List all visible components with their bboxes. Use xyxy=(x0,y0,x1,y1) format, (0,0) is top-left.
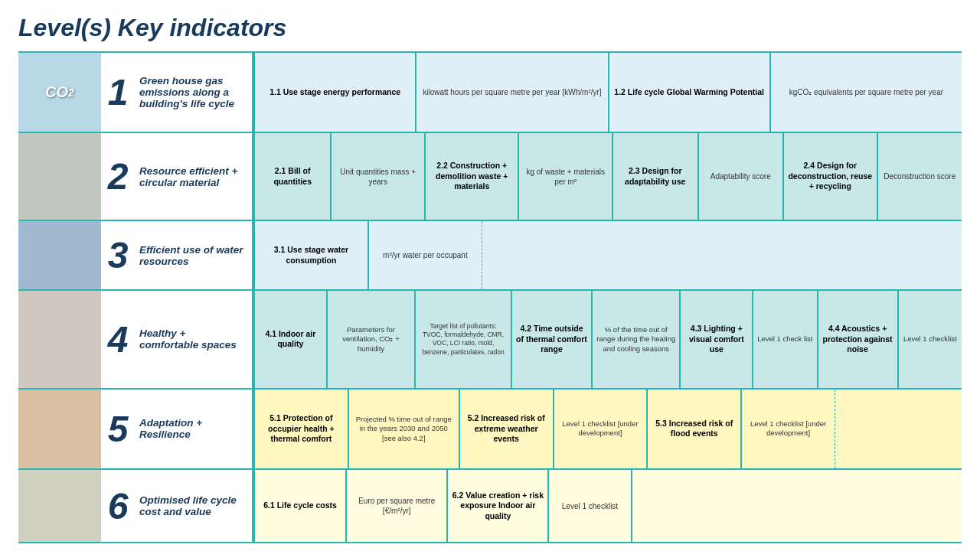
cell-5-2-label: 5.2 Increased risk of extreme weather ev… xyxy=(460,390,554,468)
cell-6-2-label: 6.2 Value creation + risk exposure Indoo… xyxy=(448,470,549,542)
cell-5-3-indicator-text: Level 1 checklist [under development] xyxy=(746,419,831,439)
row3-number: 3 xyxy=(101,221,135,289)
cell-5-1-label: 5.1 Protection of occupier health + ther… xyxy=(255,390,349,468)
row3-image xyxy=(18,221,101,289)
cell-1-2-label-text: 1.2 Life cycle Global Warming Potential xyxy=(614,87,764,98)
cell-2-4-indicator: Deconstruction score xyxy=(878,133,962,220)
cell-5-2-indicator-text: Level 1 checklist [under development] xyxy=(558,419,643,439)
cell-5-empty xyxy=(835,390,962,468)
cell-3-1-label-text: 3.1 Use stage water consumption xyxy=(259,245,364,266)
cell-2-1-indicator-text: Unit quantities mass + years xyxy=(335,167,420,187)
row3-label: Efficient use of water resources xyxy=(135,221,253,289)
cell-4-1-indicator: Parameters for ventilation, CO₂ + humidi… xyxy=(328,291,416,388)
row6-left: 6 Optimised life cycle cost and value xyxy=(18,470,255,542)
cell-5-3-indicator: Level 1 checklist [under development] xyxy=(742,390,835,468)
row-4: 4 Healthy + comfortable spaces 4.1 Indoo… xyxy=(18,291,962,390)
row-3: 3 Efficient use of water resources 3.1 U… xyxy=(18,221,962,291)
cell-2-1-label: 2.1 Bill of quantities xyxy=(255,133,332,220)
cell-4-3-label-text: 4.3 Lighting + visual comfort use xyxy=(684,324,748,355)
row5-cells: 5.1 Protection of occupier health + ther… xyxy=(255,390,962,468)
cell-4-1-pollutants-text: Target list of pollutants: TVOC, formald… xyxy=(420,322,507,356)
cell-2-4-indicator-text: Deconstruction score xyxy=(884,171,956,181)
cell-4-2-label-text: 4.2 Time outside of thermal comfort rang… xyxy=(516,324,587,355)
row5-number: 5 xyxy=(101,390,135,468)
row4-image xyxy=(18,291,101,388)
cell-4-1-label-text: 4.1 Indoor air quality xyxy=(259,329,322,350)
cell-1-1-indicator-text: kilowatt hours per square metre per year… xyxy=(423,87,601,97)
cell-6-1-label: 6.1 Life cycle costs xyxy=(255,470,347,542)
cell-4-1-label: 4.1 Indoor air quality xyxy=(255,291,328,388)
cell-3-1-label: 3.1 Use stage water consumption xyxy=(255,221,369,289)
row1-label: Green house gas emissions along a buildi… xyxy=(135,53,253,132)
cell-4-1-pollutants: Target list of pollutants: TVOC, formald… xyxy=(416,291,512,388)
cell-1-2-indicator-text: kgCO₂ equivalents per square metre per y… xyxy=(789,87,943,97)
cell-5-2-indicator: Level 1 checklist [under development] xyxy=(554,390,648,468)
cell-5-1-indicator-text: Projected % time out of range in the yea… xyxy=(353,415,455,443)
page: Level(s) Key indicators CO2 1 Green hous… xyxy=(0,0,980,551)
cell-1-2-indicator: kgCO₂ equivalents per square metre per y… xyxy=(771,53,962,132)
cell-1-1-label-text: 1.1 Use stage energy performance xyxy=(270,87,400,98)
cell-3-empty xyxy=(482,221,962,289)
row3-cells: 3.1 Use stage water consumption m³/yr wa… xyxy=(255,221,962,289)
cell-2-4-label: 2.4 Design for deconstruction, reuse + r… xyxy=(784,133,878,220)
cell-1-2-label: 1.2 Life cycle Global Warming Potential xyxy=(609,53,771,132)
cell-5-1-indicator: Projected % time out of range in the yea… xyxy=(349,390,460,468)
row3-left: 3 Efficient use of water resources xyxy=(18,221,255,289)
cell-3-1-indicator-text: m³/yr water per occupant xyxy=(383,250,468,260)
row2-image xyxy=(18,133,101,220)
row4-label: Healthy + comfortable spaces xyxy=(135,291,253,388)
row1-cells: 1.1 Use stage energy performance kilowat… xyxy=(255,53,962,132)
cell-5-3-label-text: 5.3 Increased risk of flood events xyxy=(652,419,737,439)
cell-2-2-indicator-text: kg of waste + materials per m² xyxy=(523,167,608,187)
row5-label: Adaptation + Resilience xyxy=(135,390,253,468)
cell-2-2-indicator: kg of waste + materials per m² xyxy=(519,133,613,220)
row2-cells: 2.1 Bill of quantities Unit quantities m… xyxy=(255,133,962,220)
cell-2-3-indicator: Adaptability score xyxy=(699,133,784,220)
cell-5-1-label-text: 5.1 Protection of occupier health + ther… xyxy=(259,413,344,445)
grid-table: CO2 1 Green house gas emissions along a … xyxy=(18,51,962,543)
row5-image xyxy=(18,390,101,468)
row1-image: CO2 xyxy=(18,53,101,132)
cell-6-2-indicator-text: Level 1 checklist xyxy=(562,501,618,511)
cell-6-1-indicator-text: Euro per square metre [€/m²/yr] xyxy=(351,496,443,516)
cell-6-2-label-text: 6.2 Value creation + risk exposure Indoo… xyxy=(452,491,544,522)
cell-4-3-label: 4.3 Lighting + visual comfort use xyxy=(681,291,753,388)
cell-2-3-label-text: 2.3 Design for adaptability use xyxy=(617,166,693,187)
row-5: 5 Adaptation + Resilience 5.1 Protection… xyxy=(18,390,962,470)
cell-2-2-label-text: 2.2 Construction + demolition waste + ma… xyxy=(430,161,514,192)
cell-4-4-indicator-text: Level 1 checklist xyxy=(903,334,957,344)
page-title: Level(s) Key indicators xyxy=(18,14,962,42)
cell-2-3-label: 2.3 Design for adaptability use xyxy=(613,133,698,220)
cell-4-2-label: 4.2 Time outside of thermal comfort rang… xyxy=(512,291,593,388)
cell-6-empty xyxy=(632,470,962,542)
row6-cells: 6.1 Life cycle costs Euro per square met… xyxy=(255,470,962,542)
cell-4-3-indicator: Level 1 check list xyxy=(753,291,818,388)
row4-left: 4 Healthy + comfortable spaces xyxy=(18,291,255,388)
cell-4-4-indicator: Level 1 checklist xyxy=(899,291,962,388)
cell-6-1-label-text: 6.1 Life cycle costs xyxy=(263,500,337,511)
cell-5-3-label: 5.3 Increased risk of flood events xyxy=(648,390,742,468)
row1-left: CO2 1 Green house gas emissions along a … xyxy=(18,53,255,132)
cell-1-1-label: 1.1 Use stage energy performance xyxy=(255,53,416,132)
row6-image xyxy=(18,470,101,542)
cell-2-3-indicator-text: Adaptability score xyxy=(710,171,771,181)
cell-2-4-label-text: 2.4 Design for deconstruction, reuse + r… xyxy=(788,161,873,192)
row5-left: 5 Adaptation + Resilience xyxy=(18,390,255,468)
row1-number: 1 xyxy=(101,53,135,132)
row4-number: 4 xyxy=(101,291,135,388)
cell-2-1-indicator: Unit quantities mass + years xyxy=(332,133,426,220)
row-6: 6 Optimised life cycle cost and value 6.… xyxy=(18,470,962,543)
row4-cells: 4.1 Indoor air quality Parameters for ve… xyxy=(255,291,962,388)
cell-1-1-indicator: kilowatt hours per square metre per year… xyxy=(416,53,609,132)
row2-left: 2 Resource efficient + circular material xyxy=(18,133,255,220)
cell-4-1-indicator-text: Parameters for ventilation, CO₂ + humidi… xyxy=(332,325,410,354)
cell-4-4-label-text: 4.4 Acoustics + protection against noise xyxy=(822,324,893,355)
cell-6-1-indicator: Euro per square metre [€/m²/yr] xyxy=(347,470,448,542)
row2-number: 2 xyxy=(101,133,135,220)
cell-5-2-label-text: 5.2 Increased risk of extreme weather ev… xyxy=(464,413,549,445)
row6-number: 6 xyxy=(101,470,135,542)
cell-3-1-indicator: m³/yr water per occupant xyxy=(369,221,482,289)
row6-label: Optimised life cycle cost and value xyxy=(135,470,253,542)
cell-4-3-indicator-text: Level 1 check list xyxy=(757,334,812,344)
cell-4-2-indicator-text: % of the time out of range during the he… xyxy=(596,325,675,354)
